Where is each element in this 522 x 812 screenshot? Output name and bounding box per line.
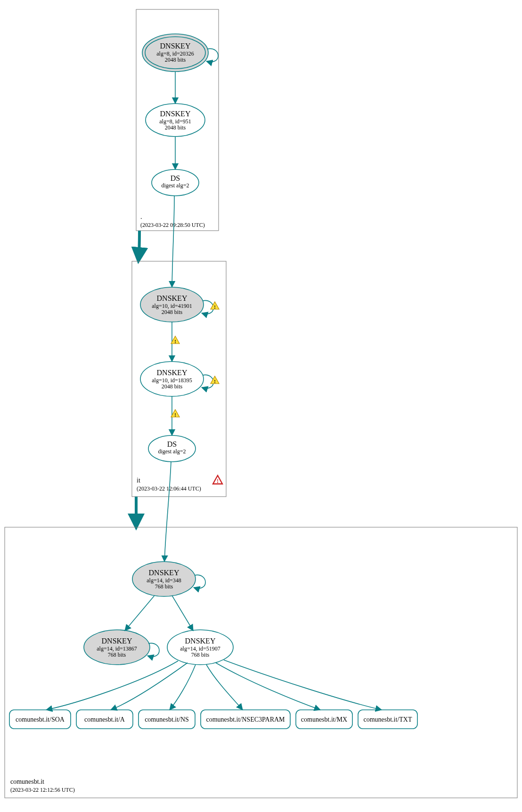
svg-text:!: !	[214, 378, 216, 384]
zone-it-label: it	[137, 477, 140, 484]
svg-text:DNSKEY: DNSKEY	[149, 569, 179, 577]
svg-line-43	[125, 595, 155, 631]
zone-leaf-label: comunesbt.it	[10, 778, 44, 785]
svg-text:!: !	[174, 412, 176, 418]
leaf-zsk2: DNSKEY alg=14, id=13867 768 bits	[84, 630, 150, 665]
svg-text:2048 bits: 2048 bits	[162, 309, 183, 315]
rr-ns: comunesbt.it/NS	[139, 710, 195, 729]
svg-text:!: !	[217, 478, 219, 484]
zone-root-timestamp: (2023-03-22 09:28:50 UTC)	[140, 222, 205, 228]
svg-text:DNSKEY: DNSKEY	[160, 42, 191, 50]
it-zsk: DNSKEY alg=10, id=18395 2048 bits	[140, 362, 204, 396]
root-ds: DS digest alg=2	[152, 169, 199, 196]
svg-text:2048 bits: 2048 bits	[162, 383, 183, 390]
svg-text:alg=10, id=18395: alg=10, id=18395	[152, 377, 192, 384]
root-ksk: DNSKEY alg=8, id=20326 2048 bits	[142, 34, 208, 72]
svg-text:768 bits: 768 bits	[155, 583, 173, 590]
svg-text:alg=14, id=348: alg=14, id=348	[147, 577, 181, 584]
svg-text:DNSKEY: DNSKEY	[185, 637, 216, 645]
svg-text:DS: DS	[171, 174, 180, 182]
svg-text:digest alg=2: digest alg=2	[161, 182, 189, 189]
svg-text:DNSKEY: DNSKEY	[102, 637, 132, 645]
zone-leaf-timestamp: (2023-03-22 12:12:56 UTC)	[10, 787, 75, 793]
svg-text:alg=8, id=951: alg=8, id=951	[159, 118, 191, 125]
rr-soa: comunesbt.it/SOA	[9, 710, 71, 729]
rr-mx: comunesbt.it/MX	[296, 710, 352, 729]
svg-text:alg=14, id=13867: alg=14, id=13867	[97, 645, 137, 652]
zone-it: it (2023-03-22 12:06:44 UTC) DNSKEY alg=…	[132, 196, 226, 497]
svg-text:768 bits: 768 bits	[191, 651, 210, 658]
root-zsk: DNSKEY alg=8, id=951 2048 bits	[146, 104, 205, 137]
svg-text:DNSKEY: DNSKEY	[160, 110, 191, 118]
zone-it-timestamp: (2023-03-22 12:06:44 UTC)	[137, 485, 201, 492]
svg-text:alg=8, id=20326: alg=8, id=20326	[156, 50, 194, 57]
svg-text:2048 bits: 2048 bits	[165, 124, 186, 131]
svg-text:768 bits: 768 bits	[108, 651, 126, 658]
svg-text:comunesbt.it/A: comunesbt.it/A	[84, 716, 125, 723]
svg-rect-34	[5, 527, 517, 798]
rr-a: comunesbt.it/A	[76, 710, 133, 729]
zone-root-label: .	[140, 213, 142, 220]
rr-nsec3: comunesbt.it/NSEC3PARAM	[201, 710, 290, 729]
zone-leaf: comunesbt.it (2023-03-22 12:12:56 UTC) D…	[5, 462, 517, 798]
svg-text:!: !	[214, 304, 216, 310]
svg-text:alg=14, id=51907: alg=14, id=51907	[180, 645, 220, 652]
zone-root: . (2023-03-22 09:28:50 UTC) DNSKEY alg=8…	[136, 9, 219, 231]
deleg-root-it	[139, 231, 139, 260]
svg-text:comunesbt.it/NSEC3PARAM: comunesbt.it/NSEC3PARAM	[206, 716, 285, 723]
it-ds: DS digest alg=2	[148, 435, 196, 462]
svg-text:2048 bits: 2048 bits	[165, 56, 186, 63]
leaf-zsk: DNSKEY alg=14, id=51907 768 bits	[167, 630, 233, 665]
svg-line-48	[172, 595, 193, 631]
svg-text:DS: DS	[167, 440, 177, 448]
svg-text:alg=10, id=41901: alg=10, id=41901	[152, 303, 192, 309]
svg-text:DNSKEY: DNSKEY	[157, 294, 188, 302]
svg-text:DNSKEY: DNSKEY	[157, 369, 188, 377]
error-icon: !	[213, 475, 222, 484]
rr-txt: comunesbt.it/TXT	[358, 710, 417, 729]
svg-text:digest alg=2: digest alg=2	[158, 448, 186, 455]
it-ksk: DNSKEY alg=10, id=41901 2048 bits	[140, 287, 204, 322]
dnssec-graph: . (2023-03-22 09:28:50 UTC) DNSKEY alg=8…	[0, 0, 522, 812]
svg-text:comunesbt.it/TXT: comunesbt.it/TXT	[363, 716, 412, 723]
svg-text:comunesbt.it/SOA: comunesbt.it/SOA	[16, 716, 65, 723]
svg-text:comunesbt.it/NS: comunesbt.it/NS	[145, 716, 189, 723]
svg-text:comunesbt.it/MX: comunesbt.it/MX	[301, 716, 347, 723]
svg-text:!: !	[174, 338, 176, 344]
leaf-ksk: DNSKEY alg=14, id=348 768 bits	[132, 562, 196, 596]
